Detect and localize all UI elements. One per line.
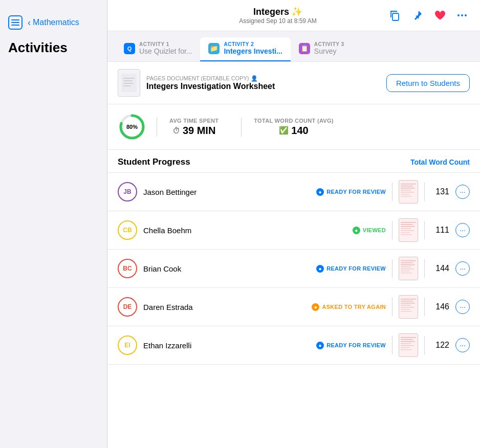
more-button[interactable]: ··· <box>455 223 470 237</box>
svg-rect-36 <box>401 271 410 272</box>
header-actions <box>387 8 470 23</box>
back-navigation[interactable]: ‹ Mathematics <box>28 17 79 28</box>
svg-rect-51 <box>401 345 414 346</box>
word-count-value: ✅ 140 <box>279 125 308 137</box>
tab2-label: Integers Investi... <box>224 47 282 55</box>
tab-activity-2[interactable]: 📁 ACTIVITY 2 Integers Investi... <box>200 37 290 61</box>
svg-rect-15 <box>401 184 416 185</box>
divider <box>392 259 392 278</box>
avg-time-value: ⏱ 39 MIN <box>172 125 215 137</box>
avatar: JB <box>118 182 137 201</box>
return-to-students-button[interactable]: Return to Students <box>386 74 470 92</box>
tab-activity-3[interactable]: 📋 ACTIVITY 3 Survey <box>291 37 353 61</box>
table-row: BC Brian Cook ● READY FOR REVIEW 144 ··· <box>107 250 480 288</box>
svg-rect-50 <box>401 343 411 344</box>
progress-header-title: Student Progress <box>118 157 190 167</box>
status-area: ● READY FOR REVIEW 144 ··· <box>221 257 470 280</box>
svg-rect-34 <box>401 266 411 267</box>
progress-section: Student Progress Total Word Count JB Jas… <box>107 150 480 448</box>
word-count-value: 146 <box>431 302 449 311</box>
svg-rect-48 <box>401 339 413 340</box>
status-badge: ● READY FOR REVIEW <box>316 342 386 349</box>
checkmark-icon: ✅ <box>279 126 289 135</box>
svg-rect-1 <box>11 22 19 23</box>
svg-rect-40 <box>401 301 413 302</box>
student-name: Jason Bettinger <box>143 188 215 196</box>
doc-info: PAGES DOCUMENT (EDITABLE COPY) 👤 Integer… <box>146 75 275 91</box>
svg-rect-41 <box>401 303 415 304</box>
svg-point-4 <box>457 14 460 16</box>
status-area: ● READY FOR REVIEW 131 ··· <box>221 180 470 204</box>
doc-type-label: PAGES DOCUMENT (EDITABLE COPY) 👤 <box>146 75 275 82</box>
heart-icon[interactable] <box>432 8 447 23</box>
divider <box>424 221 425 239</box>
more-button[interactable]: ··· <box>455 261 470 276</box>
divider <box>392 183 392 201</box>
student-name: Daren Estrada <box>143 303 215 311</box>
table-row: JB Jason Bettinger ● READY FOR REVIEW 13… <box>107 173 480 211</box>
avg-time-label: AVG TIME SPENT <box>169 118 219 124</box>
total-word-count-label: Total Word Count <box>410 158 470 166</box>
svg-rect-20 <box>401 194 410 195</box>
tab1-icon: Q <box>124 43 135 54</box>
svg-rect-28 <box>401 232 410 233</box>
header-center: Integers ✨ Assigned Sep 10 at 8:59 AM <box>239 6 316 25</box>
doc-mini-thumbnail <box>399 333 418 357</box>
tab3-icon: 📋 <box>299 43 310 54</box>
tab1-label: Use Quizlet for... <box>139 47 192 55</box>
svg-rect-27 <box>401 230 414 231</box>
svg-rect-17 <box>401 188 415 189</box>
more-icon[interactable] <box>454 8 470 23</box>
table-row: EI Ethan Izzarelli ● READY FOR REVIEW 12… <box>107 326 480 365</box>
svg-rect-33 <box>401 264 415 265</box>
doc-mini-thumbnail <box>399 295 418 319</box>
pin-icon[interactable] <box>409 8 425 23</box>
svg-rect-11 <box>123 85 130 86</box>
student-name: Chella Boehm <box>143 226 215 235</box>
svg-rect-3 <box>392 13 399 20</box>
status-badge: ● ASKED TO TRY AGAIN <box>312 303 386 311</box>
divider <box>392 298 392 316</box>
chevron-left-icon: ‹ <box>28 17 31 28</box>
table-row: DE Daren Estrada ● ASKED TO TRY AGAIN 14… <box>107 288 480 326</box>
table-row: CB Chella Boehm ● VIEWED 111 ··· <box>107 211 480 250</box>
avatar: CB <box>118 220 137 240</box>
svg-rect-53 <box>401 349 412 350</box>
badge-dot-icon: ● <box>353 227 360 234</box>
tab2-icon: 📁 <box>208 43 220 54</box>
sidebar-toggle-icon[interactable] <box>8 15 23 30</box>
word-count-value: 122 <box>431 341 449 350</box>
svg-rect-42 <box>401 305 411 306</box>
copy-icon[interactable] <box>387 8 402 23</box>
divider <box>392 221 392 239</box>
status-area: ● VIEWED 111 ··· <box>221 218 470 242</box>
avg-time-stat: AVG TIME SPENT ⏱ 39 MIN <box>157 118 231 137</box>
divider <box>392 336 392 354</box>
svg-rect-16 <box>401 186 413 187</box>
more-button[interactable]: ··· <box>455 338 470 352</box>
badge-dot-icon: ● <box>316 342 324 349</box>
svg-rect-39 <box>401 299 416 300</box>
svg-rect-45 <box>401 311 412 312</box>
student-name: Ethan Izzarelli <box>143 341 215 350</box>
status-area: ● READY FOR REVIEW 122 ··· <box>221 333 470 357</box>
tab-activity-1[interactable]: Q ACTIVITY 1 Use Quizlet for... <box>116 37 200 61</box>
word-count-value: 144 <box>431 264 449 273</box>
more-button[interactable]: ··· <box>455 300 470 314</box>
svg-rect-44 <box>401 309 410 310</box>
header-title: Integers ✨ <box>239 6 316 17</box>
divider <box>424 298 425 316</box>
document-row: PAGES DOCUMENT (EDITABLE COPY) 👤 Integer… <box>107 62 480 104</box>
svg-rect-24 <box>401 224 413 225</box>
divider <box>424 183 425 201</box>
tab2-number: ACTIVITY 2 <box>224 41 282 47</box>
word-count-value: 131 <box>431 187 449 196</box>
sidebar: ‹ Mathematics Activities <box>0 0 107 448</box>
status-badge: ● VIEWED <box>353 227 386 234</box>
more-button[interactable]: ··· <box>455 185 470 199</box>
svg-rect-43 <box>401 307 414 308</box>
activity-tabs: Q ACTIVITY 1 Use Quizlet for... 📁 ACTIVI… <box>107 31 480 62</box>
doc-left: PAGES DOCUMENT (EDITABLE COPY) 👤 Integer… <box>118 69 275 97</box>
title-emoji: ✨ <box>291 6 302 17</box>
svg-rect-26 <box>401 228 411 229</box>
